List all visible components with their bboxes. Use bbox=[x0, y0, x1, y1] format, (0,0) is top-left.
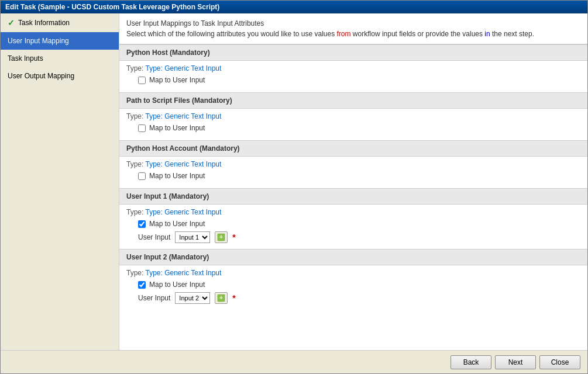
sidebar: ✓ Task Information User Input Mapping Ta… bbox=[1, 13, 119, 350]
checkbox-label-python-host-account: Map to User Input bbox=[149, 172, 205, 180]
section-user-input-1: User Input 1 (Mandatory) Type: Type: Gen… bbox=[119, 188, 587, 249]
user-input-row-1: User Input Input 1 Input 2 Input 3 + bbox=[138, 231, 580, 243]
window-title: Edit Task (Sample - UCSD Custom Task Lev… bbox=[5, 3, 219, 11]
close-button[interactable]: Close bbox=[539, 355, 580, 369]
checkbox-row-user-input-2: Map to User Input bbox=[138, 280, 580, 289]
checkbox-label-user-input-1: Map to User Input bbox=[149, 220, 205, 228]
type-row-path-to-script: Type: Type: Generic Text Input bbox=[126, 112, 580, 120]
add-input-button-1[interactable]: + bbox=[215, 231, 228, 243]
checkbox-row-python-host-account: Map to User Input bbox=[138, 172, 580, 180]
checkbox-row-path-to-script: Map to User Input bbox=[138, 124, 580, 132]
section-header-user-input-1: User Input 1 (Mandatory) bbox=[119, 188, 587, 205]
user-input-row-2: User Input Input 1 Input 2 Input 3 + bbox=[138, 292, 580, 304]
checkbox-row-python-host: Map to User Input bbox=[138, 76, 580, 84]
instruction-line1: User Input Mappings to Task Input Attrib… bbox=[126, 18, 580, 29]
user-input-label-2: User Input bbox=[138, 294, 170, 302]
checkbox-label-user-input-2: Map to User Input bbox=[149, 280, 205, 289]
instruction-line2: Select which of the following attributes… bbox=[126, 29, 580, 39]
section-python-host: Python Host (Mandatory) Type: Type: Gene… bbox=[119, 44, 587, 92]
map-to-user-input-checkbox-python-host[interactable] bbox=[138, 77, 146, 84]
sidebar-item-label: Task Information bbox=[18, 19, 70, 27]
sidebar-item-label: User Output Mapping bbox=[8, 72, 74, 80]
required-star-1: * bbox=[232, 233, 235, 242]
sidebar-item-user-input-mapping[interactable]: User Input Mapping bbox=[1, 32, 119, 50]
type-row-python-host-account: Type: Type: Generic Text Input bbox=[126, 160, 580, 168]
required-star-2: * bbox=[232, 293, 235, 303]
section-user-input-2: User Input 2 (Mandatory) Type: Type: Gen… bbox=[119, 249, 587, 310]
section-header-python-host-account: Python Host Account (Mandatory) bbox=[119, 140, 587, 157]
user-input-label-1: User Input bbox=[138, 233, 170, 241]
checkbox-label-python-host: Map to User Input bbox=[149, 76, 205, 84]
instruction-in: in bbox=[484, 30, 490, 38]
section-header-python-host: Python Host (Mandatory) bbox=[119, 44, 587, 61]
svg-text:+: + bbox=[219, 295, 223, 301]
instruction-from: from bbox=[337, 30, 351, 38]
checkmark-icon: ✓ bbox=[8, 18, 15, 27]
section-path-to-script: Path to Script Files (Mandatory) Type: T… bbox=[119, 92, 587, 140]
add-icon: + bbox=[217, 294, 225, 302]
checkbox-label-path-to-script: Map to User Input bbox=[149, 124, 205, 132]
svg-text:+: + bbox=[219, 234, 223, 240]
map-to-user-input-checkbox-user-input-1[interactable] bbox=[138, 220, 146, 228]
section-body-user-input-2: Type: Type: Generic Text Input Map to Us… bbox=[119, 265, 587, 310]
sidebar-item-task-inputs[interactable]: Task Inputs bbox=[1, 50, 119, 67]
sidebar-item-task-information[interactable]: ✓ Task Information bbox=[1, 13, 119, 32]
user-input-select-1[interactable]: Input 1 Input 2 Input 3 bbox=[175, 231, 210, 243]
footer: Back Next Close bbox=[1, 350, 587, 373]
add-icon: + bbox=[217, 233, 225, 241]
instruction-area: User Input Mappings to Task Input Attrib… bbox=[119, 13, 587, 44]
map-to-user-input-checkbox-user-input-2[interactable] bbox=[138, 281, 146, 289]
instruction-mid: workflow input fields or provide the val… bbox=[351, 30, 485, 38]
checkbox-row-user-input-1: Map to User Input bbox=[138, 220, 580, 228]
sidebar-item-label: User Input Mapping bbox=[8, 37, 69, 45]
scroll-area[interactable]: Python Host (Mandatory) Type: Type: Gene… bbox=[119, 44, 587, 350]
section-header-path-to-script: Path to Script Files (Mandatory) bbox=[119, 92, 587, 109]
type-row-user-input-2: Type: Type: Generic Text Input bbox=[126, 269, 580, 277]
section-body-python-host: Type: Type: Generic Text Input Map to Us… bbox=[119, 61, 587, 92]
main-window: Edit Task (Sample - UCSD Custom Task Lev… bbox=[0, 0, 588, 374]
title-bar: Edit Task (Sample - UCSD Custom Task Lev… bbox=[1, 1, 587, 13]
section-body-user-input-1: Type: Type: Generic Text Input Map to Us… bbox=[119, 205, 587, 249]
section-body-python-host-account: Type: Type: Generic Text Input Map to Us… bbox=[119, 157, 587, 188]
type-row-user-input-1: Type: Type: Generic Text Input bbox=[126, 208, 580, 216]
add-input-button-2[interactable]: + bbox=[215, 292, 228, 304]
next-button[interactable]: Next bbox=[495, 355, 536, 369]
section-header-user-input-2: User Input 2 (Mandatory) bbox=[119, 249, 587, 265]
instruction-post: the next step. bbox=[490, 30, 534, 38]
type-row-python-host: Type: Type: Generic Text Input bbox=[126, 64, 580, 72]
section-python-host-account: Python Host Account (Mandatory) Type: Ty… bbox=[119, 140, 587, 188]
content-area: ✓ Task Information User Input Mapping Ta… bbox=[1, 13, 587, 350]
main-panel: User Input Mappings to Task Input Attrib… bbox=[119, 13, 587, 350]
map-to-user-input-checkbox-python-host-account[interactable] bbox=[138, 172, 146, 180]
back-button[interactable]: Back bbox=[451, 355, 491, 369]
instruction-pre: Select which of the following attributes… bbox=[126, 30, 337, 38]
section-body-path-to-script: Type: Type: Generic Text Input Map to Us… bbox=[119, 109, 587, 140]
sidebar-item-label: Task Inputs bbox=[8, 54, 43, 63]
map-to-user-input-checkbox-path-to-script[interactable] bbox=[138, 124, 146, 132]
user-input-select-2[interactable]: Input 1 Input 2 Input 3 bbox=[175, 292, 210, 304]
sidebar-item-user-output-mapping[interactable]: User Output Mapping bbox=[1, 67, 119, 85]
